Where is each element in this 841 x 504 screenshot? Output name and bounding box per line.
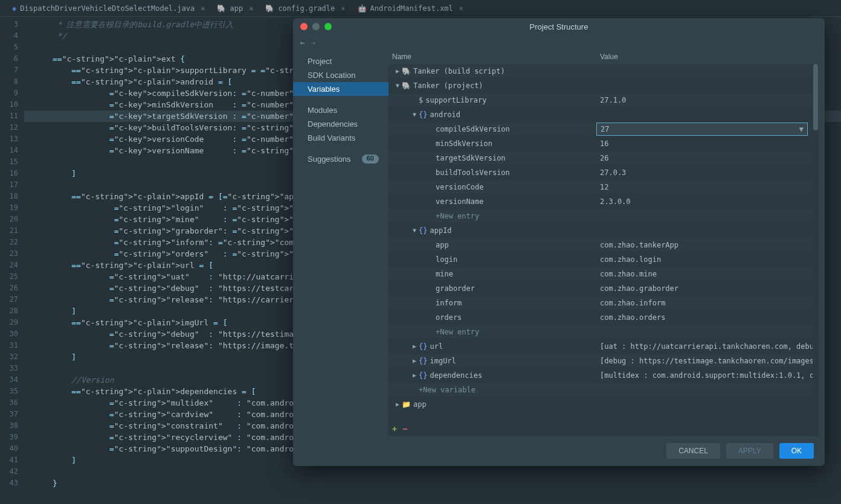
node-name: mine xyxy=(436,270,453,278)
gradle-icon: 🐘 xyxy=(402,81,411,90)
sidebar-item-suggestions[interactable]: Suggestions60 xyxy=(293,152,388,166)
chevron-right-icon[interactable]: ▶ xyxy=(410,357,419,364)
close-icon[interactable]: × xyxy=(249,4,253,13)
ok-button[interactable]: OK xyxy=(779,443,814,459)
code-line[interactable]: } xyxy=(24,477,841,489)
tree-row[interactable]: +New entry xyxy=(388,209,819,223)
scroll-thumb[interactable] xyxy=(813,64,818,130)
dialog-footer: CANCEL APPLY OK xyxy=(293,436,825,466)
node-name: android xyxy=(430,110,460,119)
tree-row[interactable]: +New entry xyxy=(388,325,819,339)
chevron-down-icon[interactable]: ▼ xyxy=(410,111,419,118)
sidebar-item-variables[interactable]: Variables xyxy=(293,82,388,96)
tree-row[interactable]: grabordercom.zhao.graborder xyxy=(388,281,819,296)
tree-row[interactable]: logincom.zhao.login xyxy=(388,252,819,267)
sidebar-item-sdk-location[interactable]: SDK Location xyxy=(293,68,388,82)
node-value[interactable]: 2.3.0.0 xyxy=(596,197,819,206)
tree-row[interactable]: orderscom.zhao.orders xyxy=(388,310,819,325)
tree-row[interactable]: targetSdkVersion26 xyxy=(388,151,819,165)
node-value[interactable]: 27.0.3 xyxy=(596,168,819,177)
tree-row[interactable]: versionCode12 xyxy=(388,180,819,194)
sidebar-item-build-variants[interactable]: Build Variants xyxy=(293,131,388,145)
node-value[interactable]: com.zhao.login xyxy=(596,255,819,264)
dialog-titlebar: Project Structure xyxy=(293,18,825,35)
node-name: versionName xyxy=(436,197,483,206)
tab-config-gradle[interactable]: 🐘config.gradle× xyxy=(259,0,351,16)
tree-row[interactable]: versionName2.3.0.0 xyxy=(388,194,819,209)
tab-DispatchDriverVehicleDtoSelectModel-java[interactable]: ◈DispatchDriverVehicleDtoSelectModel.jav… xyxy=(6,0,211,16)
node-value[interactable]: com.zhao.inform xyxy=(596,299,819,307)
tree-row[interactable]: ▶{}dependencies[multidex : com.android.s… xyxy=(388,368,819,383)
table-toolbar: + − xyxy=(388,421,819,436)
node-value[interactable]: [debug : https://testimage.tankchaoren.c… xyxy=(596,357,819,365)
scrollbar[interactable] xyxy=(813,64,819,421)
node-value[interactable]: 27.1.0 xyxy=(596,96,819,104)
node-name: minSdkVersion xyxy=(436,139,492,148)
tree-row[interactable]: ▼{}android xyxy=(388,107,819,122)
node-value[interactable]: [uat : http://uatcarrierapi.tankchaoren.… xyxy=(596,342,819,351)
back-arrow-icon[interactable]: ← xyxy=(300,38,305,47)
close-icon[interactable]: × xyxy=(341,4,345,13)
variables-tree[interactable]: ▶🐘Tanker (build script)▼🐘Tanker (project… xyxy=(388,64,819,421)
add-button[interactable]: + xyxy=(392,424,397,433)
node-value[interactable]: 26 xyxy=(596,154,819,162)
project-structure-dialog: Project Structure ← → ProjectSDK Locatio… xyxy=(293,18,825,466)
node-name: app xyxy=(436,241,449,249)
cancel-button[interactable]: CANCEL xyxy=(666,443,720,459)
remove-button[interactable]: − xyxy=(403,424,408,433)
chevron-right-icon[interactable]: ▶ xyxy=(410,372,419,378)
node-name: compileSdkVersion xyxy=(436,125,510,133)
tree-row[interactable]: ▶{}imgUrl[debug : https://testimage.tank… xyxy=(388,354,819,368)
tree-row[interactable]: ▶{}url[uat : http://uatcarrierapi.tankch… xyxy=(388,339,819,354)
tab-AndroidManifest-xml[interactable]: 🤖AndroidManifest.xml× xyxy=(352,0,470,16)
node-value[interactable]: 16 xyxy=(596,139,819,148)
tab-app[interactable]: 🐘app× xyxy=(211,0,259,16)
chevron-right-icon[interactable]: ▶ xyxy=(410,343,419,349)
line-gutter: 3456789101112131415161718192021222324252… xyxy=(0,17,24,504)
node-value[interactable]: com.zhao.tankerApp xyxy=(596,241,819,249)
node-value[interactable]: [multidex : com.android.support:multidex… xyxy=(596,371,819,380)
node-value[interactable]: 27▼ xyxy=(596,123,808,136)
chevron-right-icon[interactable]: ▶ xyxy=(393,68,402,74)
node-name: app xyxy=(413,400,427,409)
chevron-down-icon[interactable]: ▼ xyxy=(393,82,402,89)
column-value[interactable]: Value xyxy=(596,53,819,61)
tree-row[interactable]: $supportLibrary27.1.0 xyxy=(388,93,819,107)
node-name: Tanker (build script) xyxy=(413,67,505,75)
dialog-sidebar: ProjectSDK LocationVariablesModulesDepen… xyxy=(293,49,388,436)
tree-row[interactable]: buildToolsVersion27.0.3 xyxy=(388,165,819,180)
gradle-icon: 🐘 xyxy=(402,67,411,75)
node-name: Tanker (project) xyxy=(413,81,483,90)
tree-row[interactable]: minecom.zhao.mine xyxy=(388,267,819,281)
sidebar-item-modules[interactable]: Modules xyxy=(293,103,388,117)
forward-arrow-icon: → xyxy=(311,38,316,47)
node-value[interactable]: com.zhao.mine xyxy=(596,270,819,278)
tree-row[interactable]: +New variable xyxy=(388,383,819,397)
table-header: Name Value xyxy=(388,49,819,64)
tree-row[interactable]: ▼🐘Tanker (project) xyxy=(388,78,819,93)
dialog-title: Project Structure xyxy=(293,22,825,31)
sidebar-item-dependencies[interactable]: Dependencies xyxy=(293,117,388,131)
chevron-down-icon[interactable]: ▼ xyxy=(410,227,419,234)
chevron-right-icon[interactable]: ▶ xyxy=(393,401,402,407)
node-name: login xyxy=(436,255,457,264)
node-value[interactable]: com.zhao.orders xyxy=(596,313,819,322)
tree-row[interactable]: appcom.zhao.tankerApp xyxy=(388,238,819,252)
tree-row[interactable]: ▶🐘Tanker (build script) xyxy=(388,64,819,78)
tree-row[interactable]: ▶📁app xyxy=(388,397,819,412)
close-icon[interactable]: × xyxy=(459,4,463,13)
braces-icon: {} xyxy=(419,110,427,119)
tree-row[interactable]: minSdkVersion16 xyxy=(388,136,819,151)
column-name[interactable]: Name xyxy=(388,53,596,61)
tree-row[interactable]: ▼{}appId xyxy=(388,223,819,238)
code-line[interactable] xyxy=(24,466,841,477)
tree-row[interactable]: compileSdkVersion27▼ xyxy=(388,122,819,136)
tab-label: DispatchDriverVehicleDtoSelectModel.java xyxy=(20,4,195,13)
close-icon[interactable]: × xyxy=(201,4,205,13)
tree-row[interactable]: informcom.zhao.inform xyxy=(388,296,819,310)
node-value[interactable]: com.zhao.graborder xyxy=(596,284,819,293)
node-value[interactable]: 12 xyxy=(596,183,819,191)
braces-icon: {} xyxy=(419,342,427,351)
dropdown-icon[interactable]: ▼ xyxy=(799,125,804,133)
sidebar-item-project[interactable]: Project xyxy=(293,54,388,68)
